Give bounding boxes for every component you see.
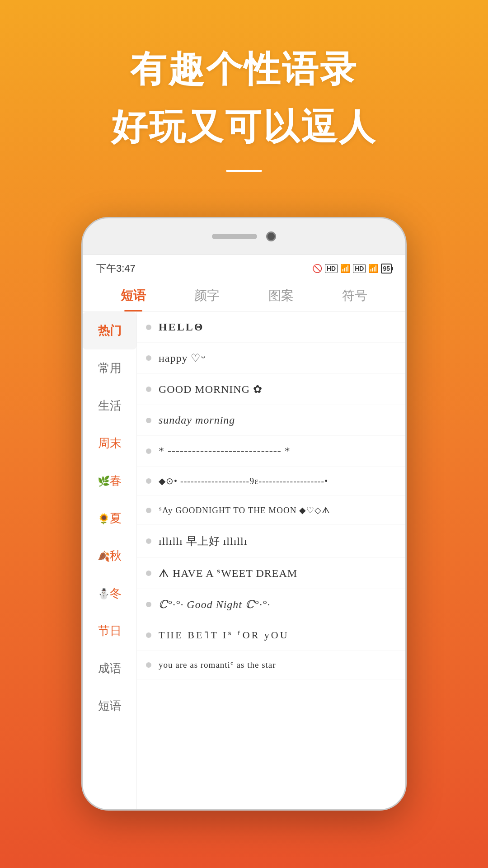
tab-symbols[interactable]: 符号: [318, 280, 392, 311]
sidebar-item-summer[interactable]: 🌻夏: [83, 500, 136, 537]
sidebar: 热门 常用 生活 周末 🌿春 🌻夏: [83, 312, 137, 809]
list-item[interactable]: HELLΘ: [137, 312, 405, 343]
list-item[interactable]: sunday morning: [137, 405, 405, 436]
list-bullet: [146, 448, 151, 454]
list-bullet: [146, 662, 151, 668]
list-item[interactable]: ıllıllı 早上好 ıllıllı: [137, 525, 405, 558]
sidebar-item-common[interactable]: 常用: [83, 349, 136, 387]
hero-title-2: 好玩又可以逗人: [111, 103, 377, 152]
list-bullet: [146, 325, 151, 330]
status-time: 下午3:47: [96, 262, 136, 275]
list-item[interactable]: ˢAy GOODNIGHT TO THE MOON ◆♡◇ᗑ: [137, 496, 405, 525]
list-text: sunday morning: [159, 414, 235, 426]
phone-mockup: 下午3:47 🚫 HD 📶 HD 📶 95 短语 颜: [81, 217, 407, 811]
sidebar-item-winter[interactable]: ⛄冬: [83, 575, 136, 612]
hd-icon2: HD: [353, 264, 366, 273]
winter-emoji: ⛄: [98, 588, 110, 599]
list-text: you are as romantiᶜ as the star: [159, 660, 276, 670]
list-item[interactable]: GOOD MORNING ✿: [137, 374, 405, 405]
list-content: HELLΘ нappy ♡ᵕ GOOD MORNING ✿ sunday mor…: [137, 312, 405, 809]
sidebar-item-spring[interactable]: 🌿春: [83, 462, 136, 500]
status-icons: 🚫 HD 📶 HD 📶 95: [312, 264, 392, 274]
divider: [226, 170, 262, 172]
list-item[interactable]: ◆⊙• --------------------9ε--------------…: [137, 467, 405, 496]
list-item[interactable]: THE BE˥T Iˢ ᶠOR yOU: [137, 620, 405, 651]
sidebar-item-phrases[interactable]: 短语: [83, 687, 136, 725]
list-bullet: [146, 632, 151, 638]
list-item[interactable]: ℂ°·°· Good Night ℂ°·°·: [137, 589, 405, 620]
list-item[interactable]: * ---------------------------- *: [137, 436, 405, 467]
phone-speaker: [212, 234, 257, 239]
sidebar-item-weekend[interactable]: 周末: [83, 425, 136, 462]
status-bar: 下午3:47 🚫 HD 📶 HD 📶 95: [83, 255, 405, 280]
tab-fancy-text[interactable]: 颜字: [170, 280, 244, 311]
list-text: ᗑ HAVE A ˢWEET DREAM: [159, 567, 297, 580]
summer-emoji: 🌻: [98, 513, 110, 524]
list-text: нappy ♡ᵕ: [159, 352, 206, 364]
list-text: ıllıllı 早上好 ıllıllı: [159, 534, 247, 548]
list-bullet: [146, 538, 151, 544]
list-item[interactable]: нappy ♡ᵕ: [137, 343, 405, 374]
list-item[interactable]: ᗑ HAVE A ˢWEET DREAM: [137, 558, 405, 589]
phone-bezel: [83, 218, 405, 255]
wifi-icon: 📶: [368, 264, 378, 274]
list-bullet: [146, 387, 151, 392]
list-bullet: [146, 602, 151, 607]
hd-icon1: HD: [325, 264, 338, 273]
spring-emoji: 🌿: [98, 476, 110, 487]
signal-bars-icon: 📶: [340, 264, 350, 274]
list-text: ˢAy GOODNIGHT TO THE MOON ◆♡◇ᗑ: [159, 505, 330, 515]
phone-wrapper: 下午3:47 🚫 HD 📶 HD 📶 95 短语 颜: [77, 217, 411, 868]
list-bullet: [146, 478, 151, 484]
list-text: HELLΘ: [159, 321, 204, 333]
list-bullet: [146, 571, 151, 576]
phone-camera: [266, 231, 276, 241]
list-text: THE BE˥T Iˢ ᶠOR yOU: [159, 629, 289, 641]
content-area: 热门 常用 生活 周末 🌿春 🌻夏: [83, 312, 405, 809]
sidebar-item-life[interactable]: 生活: [83, 387, 136, 425]
list-text: GOOD MORNING ✿: [159, 383, 263, 396]
tab-phrases[interactable]: 短语: [96, 280, 170, 311]
list-text: * ---------------------------- *: [159, 445, 291, 457]
sidebar-item-autumn[interactable]: 🍂秋: [83, 537, 136, 575]
autumn-emoji: 🍂: [98, 551, 110, 562]
list-text: ◆⊙• --------------------9ε--------------…: [159, 476, 328, 486]
phone-screen: 下午3:47 🚫 HD 📶 HD 📶 95 短语 颜: [83, 255, 405, 809]
tab-patterns[interactable]: 图案: [244, 280, 318, 311]
list-item[interactable]: you are as romantiᶜ as the star: [137, 651, 405, 679]
list-bullet: [146, 508, 151, 513]
hero-title-1: 有趣个性语录: [130, 45, 358, 94]
battery-icon: 95: [381, 264, 392, 274]
list-text: ℂ°·°· Good Night ℂ°·°·: [159, 598, 270, 611]
hero-section: 有趣个性语录 好玩又可以逗人: [0, 0, 488, 217]
sidebar-item-idiom[interactable]: 成语: [83, 650, 136, 687]
nav-tabs: 短语 颜字 图案 符号: [83, 280, 405, 312]
list-bullet: [146, 418, 151, 423]
list-bullet: [146, 355, 151, 361]
sidebar-item-holiday[interactable]: 节日: [83, 612, 136, 650]
signal-slash-icon: 🚫: [312, 264, 322, 274]
sidebar-item-hot[interactable]: 热门: [83, 312, 136, 349]
